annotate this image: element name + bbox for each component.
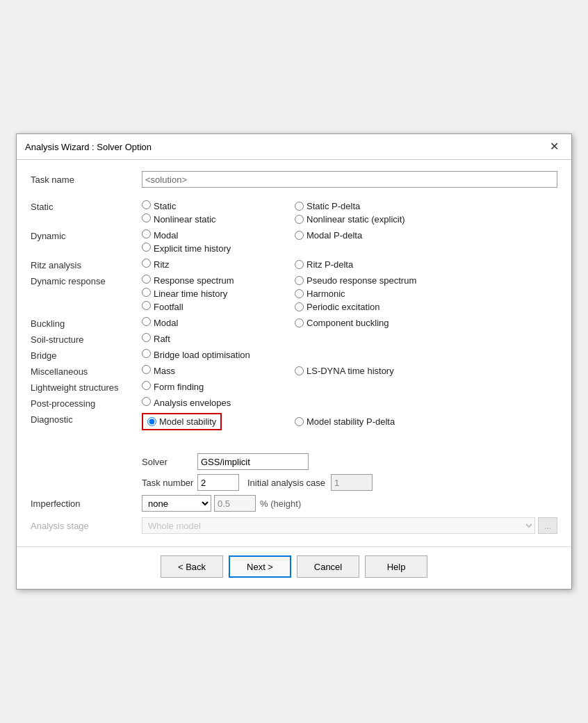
- option-row: FootfallPeriodic excitation: [142, 301, 557, 312]
- label-model_stability_p_delta[interactable]: Model stability P-delta: [307, 416, 395, 427]
- radio-ritz[interactable]: [142, 259, 151, 268]
- label-modal_p_delta[interactable]: Modal P-delta: [307, 230, 362, 241]
- radio-pseudo_response_spectrum[interactable]: [295, 276, 304, 285]
- section-options-buckling: ModalComponent buckling: [142, 317, 557, 330]
- section-options-post_processing: Analysis envelopes: [142, 397, 557, 410]
- label-component_buckling[interactable]: Component buckling: [307, 318, 389, 328]
- radio-buckling_modal[interactable]: [142, 317, 151, 326]
- label-raft[interactable]: Raft: [154, 334, 170, 344]
- label-analysis_envelopes[interactable]: Analysis envelopes: [154, 398, 231, 408]
- close-button[interactable]: ✕: [546, 140, 563, 154]
- label-ls_dyna[interactable]: LS-DYNA time history: [307, 366, 394, 376]
- label-form_finding[interactable]: Form finding: [154, 382, 204, 392]
- label-buckling_modal[interactable]: Modal: [154, 318, 178, 328]
- label-bridge_load[interactable]: Bridge load optimisation: [154, 350, 250, 360]
- label-footfall[interactable]: Footfall: [154, 302, 183, 312]
- cancel-button[interactable]: Cancel: [297, 555, 359, 578]
- label-ritz_p_delta[interactable]: Ritz P-delta: [307, 259, 353, 270]
- radio-ls_dyna[interactable]: [295, 366, 304, 375]
- radio-col-right: Pseudo response spectrum: [295, 275, 557, 286]
- section-dynamic: DynamicModalModal P-deltaExplicit time h…: [31, 229, 557, 256]
- radio-col-left: Bridge load optimisation: [142, 349, 295, 360]
- option-row: ModalModal P-delta: [142, 229, 557, 241]
- section-label-buckling: Buckling: [31, 317, 142, 329]
- option-row: Form finding: [142, 381, 557, 392]
- radio-bridge_load[interactable]: [142, 349, 151, 358]
- label-harmonic[interactable]: Harmonic: [307, 289, 345, 299]
- label-nonlinear_static[interactable]: Nonlinear static: [154, 214, 216, 225]
- button-row: < Back Next > Cancel Help: [17, 546, 571, 589]
- radio-col-right: Static P-delta: [295, 201, 557, 211]
- radio-col-left: Raft: [142, 333, 295, 344]
- label-nonlinear_static_explicit[interactable]: Nonlinear static (explicit): [307, 214, 405, 225]
- radio-col-right: LS-DYNA time history: [295, 366, 557, 376]
- label-modal[interactable]: Modal: [154, 230, 178, 241]
- radio-col-right: Periodic excitation: [295, 302, 557, 312]
- section-options-lightweight: Form finding: [142, 381, 557, 394]
- section-label-dynamic_response: Dynamic response: [31, 275, 142, 286]
- radio-model_stability_p_delta[interactable]: [295, 417, 304, 426]
- radio-static[interactable]: [142, 200, 151, 209]
- label-mass[interactable]: Mass: [154, 366, 175, 376]
- imperfection-select[interactable]: none low medium high: [142, 495, 211, 512]
- initial-analysis-label: Initial analysis case: [247, 478, 325, 488]
- radio-linear_time_history[interactable]: [142, 288, 151, 297]
- label-response_spectrum[interactable]: Response spectrum: [154, 275, 234, 286]
- solver-row: Solver: [142, 453, 557, 470]
- content-area: Task name StaticStaticStatic P-deltaNonl…: [17, 160, 571, 446]
- analysis-stage-button: ...: [538, 517, 557, 534]
- next-button[interactable]: Next >: [229, 555, 291, 578]
- radio-static_p_delta[interactable]: [295, 202, 304, 211]
- label-periodic_excitation[interactable]: Periodic excitation: [307, 302, 380, 312]
- option-row: Nonlinear staticNonlinear static (explic…: [142, 213, 557, 225]
- label-explicit_time_history[interactable]: Explicit time history: [154, 243, 231, 254]
- section-label-static: Static: [31, 200, 142, 212]
- radio-col-left: Footfall: [142, 301, 295, 312]
- radio-explicit_time_history[interactable]: [142, 243, 151, 252]
- radio-periodic_excitation[interactable]: [295, 302, 304, 311]
- radio-mass[interactable]: [142, 365, 151, 374]
- label-pseudo_response_spectrum[interactable]: Pseudo response spectrum: [307, 275, 416, 286]
- analysis-stage-select: Whole model: [142, 517, 535, 534]
- option-row: Model stabilityModel stability P-delta: [142, 413, 557, 430]
- radio-model_stability[interactable]: [147, 417, 156, 426]
- radio-harmonic[interactable]: [295, 289, 304, 298]
- section-options-static: StaticStatic P-deltaNonlinear staticNonl…: [142, 200, 557, 227]
- section-label-dynamic: Dynamic: [31, 229, 142, 241]
- radio-col-right: Nonlinear static (explicit): [295, 214, 557, 225]
- label-ritz[interactable]: Ritz: [154, 259, 169, 270]
- section-options-ritz: RitzRitz P-delta: [142, 259, 557, 272]
- radio-col-left: Modal: [142, 229, 295, 241]
- back-button[interactable]: < Back: [161, 555, 223, 578]
- section-options-dynamic_response: Response spectrumPseudo response spectru…: [142, 275, 557, 314]
- section-label-post_processing: Post-processing: [31, 397, 142, 409]
- analysis-stage-label: Analysis stage: [31, 521, 142, 531]
- label-static[interactable]: Static: [154, 201, 177, 211]
- radio-analysis_envelopes[interactable]: [142, 397, 151, 406]
- section-options-soil_structure: Raft: [142, 333, 557, 346]
- solver-input[interactable]: [197, 453, 309, 470]
- radio-modal[interactable]: [142, 229, 151, 238]
- radio-col-left: Nonlinear static: [142, 213, 295, 225]
- title-bar: Analysis Wizard : Solver Option ✕: [17, 134, 571, 160]
- label-model_stability[interactable]: Model stability: [159, 416, 216, 427]
- radio-nonlinear_static_explicit[interactable]: [295, 215, 304, 224]
- radio-component_buckling[interactable]: [295, 318, 304, 327]
- label-linear_time_history[interactable]: Linear time history: [154, 289, 227, 299]
- radio-col-right: Harmonic: [295, 289, 557, 299]
- radio-col-left: Modal: [142, 317, 295, 328]
- radio-raft[interactable]: [142, 333, 151, 342]
- section-label-soil_structure: Soil-structure: [31, 333, 142, 345]
- task-name-input[interactable]: [142, 171, 557, 188]
- task-number-input[interactable]: [197, 474, 239, 491]
- section-buckling: BucklingModalComponent buckling: [31, 317, 557, 330]
- radio-modal_p_delta[interactable]: [295, 231, 304, 240]
- radio-response_spectrum[interactable]: [142, 275, 151, 284]
- radio-col-left: Static: [142, 200, 295, 211]
- radio-footfall[interactable]: [142, 301, 151, 310]
- radio-nonlinear_static[interactable]: [142, 213, 151, 222]
- help-button[interactable]: Help: [365, 555, 427, 578]
- radio-form_finding[interactable]: [142, 381, 151, 390]
- label-static_p_delta[interactable]: Static P-delta: [307, 201, 360, 211]
- radio-ritz_p_delta[interactable]: [295, 260, 304, 269]
